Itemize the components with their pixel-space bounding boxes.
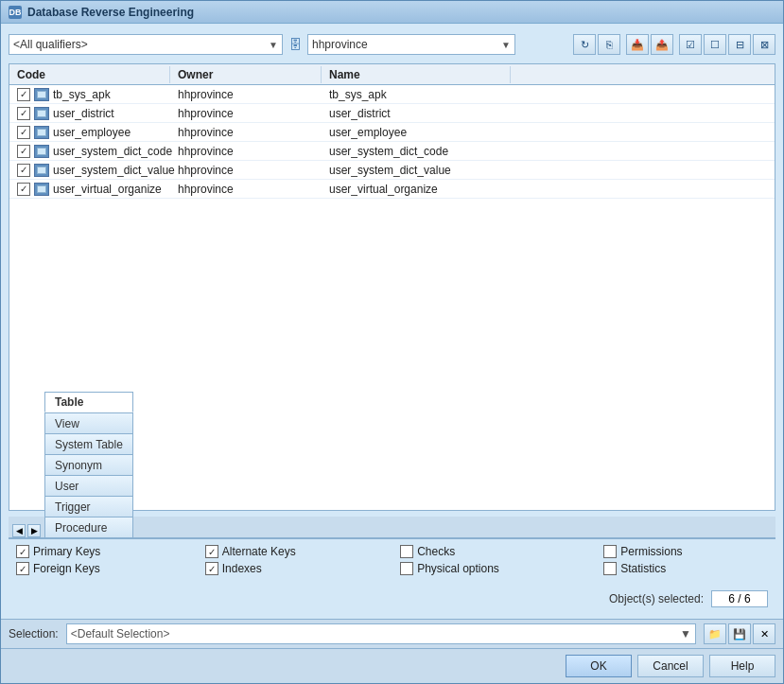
row-owner-0: hhprovince [170,87,322,102]
row-owner-1: hhprovince [170,106,322,121]
tab-trigger[interactable]: Trigger [44,496,133,517]
row-icon-1 [34,107,49,120]
filter-button[interactable]: ⊟ [728,34,751,55]
checkbox-item-statistics: Statistics [603,562,768,575]
row-owner-4: hhprovince [170,163,322,178]
qualifier-value: <All qualifiers> [13,38,88,51]
selection-save-btn[interactable]: 💾 [728,623,751,644]
tab-table[interactable]: Table [44,392,133,412]
row-checkbox-0[interactable]: ✓ [17,88,30,101]
table-row[interactable]: ✓ user_system_dict_code hhprovince user_… [9,142,775,161]
tab-synonym[interactable]: Synonym [44,454,133,475]
checkbox-primary-keys[interactable] [16,545,29,558]
selection-row: Selection: <Default Selection> ▼ 📁 💾 ✕ [1,619,783,648]
qualifier-arrow-icon: ▼ [269,40,278,50]
tab-system-table[interactable]: System Table [44,433,133,454]
checkbox-label-alternate-keys: Alternate Keys [222,545,296,558]
cancel-button[interactable]: Cancel [637,655,704,677]
bottom-buttons: OK Cancel Help [1,648,783,683]
checkbox-alternate-keys[interactable] [205,545,218,558]
selection-arrow-icon: ▼ [680,627,691,640]
help-button[interactable]: Help [709,655,775,677]
checkbox-item-primary-keys: Primary Keys [16,545,186,558]
schema-arrow-icon: ▼ [501,40,511,50]
select-all-button[interactable]: ☑ [679,34,702,55]
table-row[interactable]: ✓ tb_sys_apk hhprovince tb_sys_apk [9,85,775,104]
checkbox-item-permissions: Permissions [603,545,768,558]
checkbox-label-physical-options: Physical options [417,562,499,575]
window-title: Database Reverse Engineering [27,6,194,19]
row-owner-3: hhprovince [170,144,322,159]
import-button[interactable]: 📥 [626,34,649,55]
tabs-section: ◀ ▶ TableViewSystem TableSynonymUserTrig… [9,517,775,581]
checkbox-item-physical-options: Physical options [400,562,584,575]
checkbox-permissions[interactable] [603,545,617,558]
row-code-4: ✓ user_system_dict_value [9,163,170,178]
checkbox-indexes[interactable] [205,562,218,575]
toolbar: <All qualifiers> ▼ 🗄 hhprovince ▼ ↻ ⎘ 📥 … [9,31,775,58]
tab-view[interactable]: View [44,412,133,433]
export-button[interactable]: 📤 [651,34,673,55]
btn-group-1: ↻ ⎘ [573,34,620,55]
qualifier-dropdown[interactable]: <All qualifiers> ▼ [9,34,283,55]
ok-button[interactable]: OK [566,655,632,677]
row-name-1: user_district [322,106,511,121]
refresh-button[interactable]: ↻ [573,34,596,55]
row-name-2: user_employee [322,125,511,140]
row-checkbox-1[interactable]: ✓ [17,107,30,120]
main-window: DB Database Reverse Engineering <All qua… [0,0,784,684]
row-code-1: ✓ user_district [9,106,170,121]
checkbox-item-alternate-keys: Alternate Keys [205,545,381,558]
table-body: ✓ tb_sys_apk hhprovince tb_sys_apk ✓ use… [9,85,775,199]
tab-next-arrow[interactable]: ▶ [27,524,41,537]
settings-button[interactable]: ⊠ [753,34,775,55]
tab-procedure[interactable]: Procedure [44,517,133,537]
selection-delete-btn[interactable]: ✕ [753,623,775,644]
checkbox-foreign-keys[interactable] [16,562,29,575]
row-code-2: ✓ user_employee [9,125,170,140]
checkbox-label-primary-keys: Primary Keys [33,545,100,558]
row-code-3: ✓ user_system_dict_code [9,144,170,159]
row-icon-3 [34,145,49,158]
row-checkbox-2[interactable]: ✓ [17,126,30,139]
row-icon-2 [34,126,49,139]
status-label: Object(s) selected: [609,592,704,605]
tab-prev-arrow[interactable]: ◀ [12,524,26,537]
checkbox-label-indexes: Indexes [222,562,262,575]
row-code-0: ✓ tb_sys_apk [9,87,170,102]
schema-dropdown[interactable]: hhprovince ▼ [307,34,515,55]
checkbox-item-indexes: Indexes [205,562,381,575]
checkbox-physical-options[interactable] [400,562,413,575]
table-header: Code Owner Name [9,64,775,85]
checkboxes-grid: Primary Keys Alternate Keys Checks Permi… [9,539,775,581]
tab-user[interactable]: User [44,475,133,496]
window-icon: DB [9,6,22,19]
checkbox-label-checks: Checks [417,545,455,558]
status-row: Object(s) selected: 6 / 6 [9,587,775,611]
tabs-container: TableViewSystem TableSynonymUserTriggerP… [44,392,133,537]
title-bar: DB Database Reverse Engineering [1,1,783,24]
checkbox-statistics[interactable] [603,562,617,575]
row-icon-4 [34,164,49,177]
copy-button[interactable]: ⎘ [598,34,620,55]
col-header-name: Name [322,66,511,83]
toolbar-buttons: ↻ ⎘ 📥 📤 ☑ ☐ ⊟ ⊠ [573,34,775,55]
row-checkbox-5[interactable]: ✓ [17,183,30,196]
table-row[interactable]: ✓ user_system_dict_value hhprovince user… [9,161,775,180]
row-checkbox-3[interactable]: ✓ [17,145,30,158]
deselect-button[interactable]: ☐ [704,34,726,55]
row-checkbox-4[interactable]: ✓ [17,164,30,177]
table-row[interactable]: ✓ user_virtual_organize hhprovince user_… [9,180,775,199]
row-name-0: tb_sys_apk [322,87,511,102]
btn-group-2: 📥 📤 [626,34,673,55]
status-value: 6 / 6 [711,590,768,607]
selection-dropdown[interactable]: <Default Selection> ▼ [66,623,696,644]
checkbox-checks[interactable] [400,545,413,558]
row-owner-2: hhprovince [170,125,322,140]
main-content: <All qualifiers> ▼ 🗄 hhprovince ▼ ↻ ⎘ 📥 … [1,24,783,619]
col-header-code: Code [9,66,170,83]
table-row[interactable]: ✓ user_district hhprovince user_district [9,104,775,123]
selection-folder-btn[interactable]: 📁 [704,623,726,644]
table-row[interactable]: ✓ user_employee hhprovince user_employee [9,123,775,142]
row-icon-0 [34,88,49,101]
